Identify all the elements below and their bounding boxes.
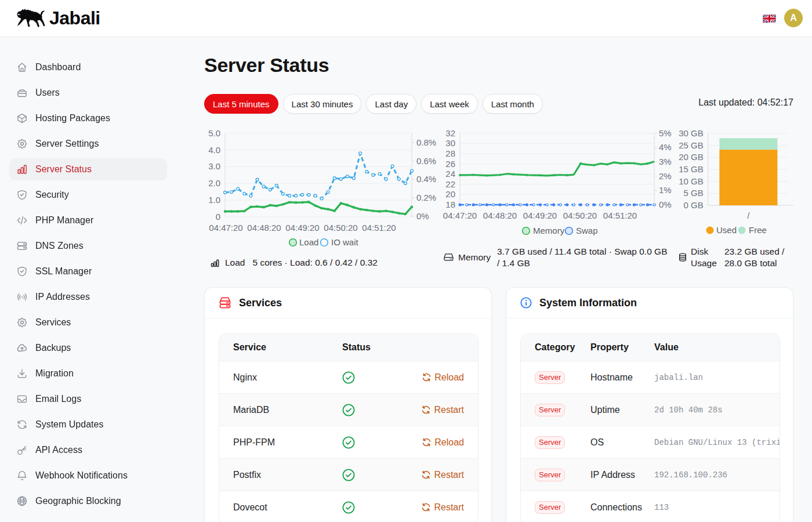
- svg-text:Load: Load: [299, 237, 318, 247]
- svg-text:4.0: 4.0: [208, 145, 220, 155]
- svg-text:26: 26: [445, 159, 455, 169]
- svg-text:/: /: [747, 211, 750, 220]
- svg-text:22: 22: [445, 179, 455, 189]
- svg-text:0: 0: [216, 212, 220, 222]
- svg-text:20 GB: 20 GB: [679, 152, 704, 162]
- svg-text:30: 30: [445, 138, 455, 148]
- svg-text:28: 28: [445, 148, 455, 158]
- svg-text:04:48:20: 04:48:20: [247, 223, 281, 233]
- svg-text:0 GB: 0 GB: [684, 200, 704, 210]
- svg-text:04:48:20: 04:48:20: [483, 211, 517, 220]
- svg-text:24: 24: [445, 169, 455, 179]
- svg-text:04:49:20: 04:49:20: [285, 223, 319, 233]
- svg-text:04:51:20: 04:51:20: [603, 211, 637, 220]
- svg-text:Swap: Swap: [576, 226, 598, 235]
- svg-text:0.2%: 0.2%: [416, 193, 436, 202]
- svg-text:3%: 3%: [659, 157, 672, 166]
- svg-text:04:50:20: 04:50:20: [563, 211, 597, 220]
- svg-text:30 GB: 30 GB: [679, 129, 704, 138]
- svg-text:04:51:20: 04:51:20: [362, 223, 396, 233]
- svg-text:Used: Used: [716, 225, 737, 235]
- svg-text:0.6%: 0.6%: [416, 156, 436, 166]
- svg-text:4%: 4%: [659, 142, 672, 152]
- svg-text:04:50:20: 04:50:20: [324, 223, 357, 233]
- svg-text:5%: 5%: [659, 129, 672, 138]
- svg-text:04:49:20: 04:49:20: [523, 211, 557, 220]
- svg-text:0.4%: 0.4%: [416, 174, 436, 184]
- svg-text:5.0: 5.0: [208, 129, 220, 138]
- svg-text:04:47:20: 04:47:20: [209, 223, 242, 233]
- svg-text:04:47:20: 04:47:20: [443, 211, 477, 220]
- svg-text:20: 20: [445, 189, 455, 199]
- svg-text:32: 32: [445, 129, 455, 138]
- svg-text:5 GB: 5 GB: [684, 188, 704, 198]
- svg-text:Memory: Memory: [533, 226, 565, 235]
- svg-text:1%: 1%: [659, 185, 672, 195]
- svg-text:1.0: 1.0: [208, 195, 220, 205]
- svg-text:3.0: 3.0: [208, 161, 220, 171]
- svg-text:0%: 0%: [659, 200, 672, 209]
- svg-text:2%: 2%: [659, 171, 672, 181]
- svg-text:2.0: 2.0: [208, 178, 220, 188]
- svg-text:15 GB: 15 GB: [679, 164, 704, 174]
- svg-text:10 GB: 10 GB: [679, 176, 704, 186]
- svg-text:0.8%: 0.8%: [416, 137, 436, 147]
- svg-text:Free: Free: [749, 225, 767, 235]
- svg-text:18: 18: [445, 200, 455, 209]
- svg-text:IO wait: IO wait: [331, 237, 359, 247]
- svg-text:0%: 0%: [416, 211, 429, 221]
- svg-text:25 GB: 25 GB: [679, 140, 704, 150]
